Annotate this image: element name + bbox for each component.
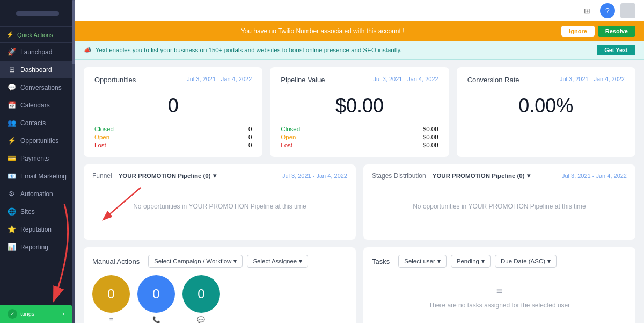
pipeline-lost: Lost $0.00 [281, 142, 438, 148]
sidebar-item-automation[interactable]: ⚙ Automation [0, 185, 75, 203]
conversion-value: 0.00% [467, 95, 625, 117]
sidebar-label-email: Email Marketing [20, 173, 67, 180]
opportunities-date: Jul 3, 2021 - Jan 4, 2022 [187, 76, 252, 82]
funnel-pipeline-select[interactable]: YOUR PROMOTION Pipeline (0) ▾ [119, 172, 216, 180]
sidebar-item-reputation[interactable]: ⭐ Reputation [0, 220, 75, 238]
help-icon[interactable]: ? [600, 3, 615, 18]
sidebar-item-reporting[interactable]: 📊 Reporting [0, 238, 75, 256]
opportunities-value: 0 [94, 95, 252, 117]
main-content: ⊞ ? You have no Twilio Number associated… [75, 0, 644, 323]
dashboard-icon: ⊞ [8, 66, 16, 74]
yext-alert-text: Yext enables you to list your business o… [96, 47, 597, 53]
funnel-arrow-svg [98, 185, 151, 222]
pipeline-open-value: $0.00 [423, 134, 438, 140]
pipeline-value: $0.00 [281, 95, 438, 117]
payments-icon: 💳 [8, 154, 16, 162]
opportunities-open: Open 0 [94, 134, 252, 140]
manual-actions-card: Manual Actions Select Campaign / Workflo… [84, 247, 356, 323]
sidebar-logo [0, 0, 75, 27]
lost-label: Lost [94, 142, 106, 148]
quick-actions-button[interactable]: ⚡ Quick Actions [0, 27, 75, 43]
pipeline-closed-value: $0.00 [423, 126, 438, 132]
funnel-header: Funnel YOUR PROMOTION Pipeline (0) ▾ Jul… [92, 172, 347, 180]
closed-value: 0 [248, 126, 252, 132]
opportunities-closed: Closed 0 [94, 126, 252, 132]
select-campaign-button[interactable]: Select Campaign / Workflow ▾ [148, 255, 243, 268]
funnel-date: Jul 3, 2021 - Jan 4, 2022 [282, 173, 347, 179]
sidebar-item-contacts[interactable]: 👥 Contacts [0, 114, 75, 132]
sidebar-item-email-marketing[interactable]: 📧 Email Marketing [0, 167, 75, 185]
sidebar-item-launchpad[interactable]: 🚀 Launchpad [0, 43, 75, 61]
contacts-icon: 👥 [8, 119, 16, 127]
svg-line-2 [103, 188, 141, 220]
ignore-button[interactable]: Ignore [561, 26, 595, 37]
settings-button[interactable]: ✓ ttings › [0, 305, 72, 323]
stages-pipeline-select[interactable]: YOUR PROMOTION Pipeline (0) ▾ [433, 172, 530, 180]
sms-value: 0 [197, 286, 204, 302]
sidebar-label-dashboard: Dashboard [20, 66, 52, 74]
user-avatar[interactable] [620, 3, 635, 18]
phone-item: 0 📞 Phone [137, 275, 175, 323]
select-user-button[interactable]: Select user ▾ [398, 255, 447, 268]
get-yext-button[interactable]: Get Yext [597, 45, 635, 55]
funnel-title: Funnel [92, 172, 112, 180]
campaign-chevron-icon: ▾ [233, 257, 237, 265]
sidebar-label-launchpad: Launchpad [20, 48, 52, 56]
funnel-card: Funnel YOUR PROMOTION Pipeline (0) ▾ Jul… [84, 164, 356, 240]
bottom-row: Manual Actions Select Campaign / Workflo… [84, 247, 635, 323]
pending-button[interactable]: Pending ▾ [451, 255, 491, 268]
sidebar-item-sites[interactable]: 🌐 Sites [0, 203, 75, 220]
pipeline-title: Pipeline Value [281, 76, 325, 84]
sms-circle: 0 [182, 275, 220, 313]
sidebar-item-payments[interactable]: 💳 Payments [0, 149, 75, 167]
opportunities-card: Opportunities Jul 3, 2021 - Jan 4, 2022 … [84, 67, 262, 157]
sidebar-label-calendars: Calendars [20, 102, 50, 109]
conversion-date: Jul 3, 2021 - Jan 4, 2022 [560, 76, 625, 82]
grid-icon[interactable]: ⊞ [580, 3, 595, 18]
assignee-label: Select Assignee [253, 258, 297, 264]
sidebar-label-payments: Payments [20, 155, 49, 162]
funnel-title-group: Funnel YOUR PROMOTION Pipeline (0) ▾ [92, 172, 216, 180]
closed-label: Closed [94, 126, 114, 132]
opportunities-breakdown: Closed 0 Open 0 Lost 0 [94, 126, 252, 148]
pipeline-open: Open $0.00 [281, 134, 438, 140]
due-date-button[interactable]: Due Date (ASC) ▾ [495, 255, 557, 268]
sidebar-label-conversations: Conversations [20, 84, 62, 91]
conversion-rate-card: Conversion Rate Jul 3, 2021 - Jan 4, 202… [457, 67, 635, 157]
pipeline-breakdown: Closed $0.00 Open $0.00 Lost $0.00 [281, 126, 438, 148]
total-pending-value: 0 [107, 286, 114, 302]
sidebar-item-conversations[interactable]: 💬 Conversations [0, 78, 75, 96]
opportunities-icon: ⚡ [8, 137, 16, 145]
automation-icon: ⚙ [8, 190, 16, 198]
sidebar-item-dashboard[interactable]: ⊞ Dashboard [0, 61, 75, 78]
select-user-label: Select user [404, 258, 435, 264]
launchpad-icon: 🚀 [8, 48, 16, 56]
pipeline-closed-label: Closed [281, 126, 300, 132]
calendars-icon: 📅 [8, 101, 16, 109]
sidebar-scrollbar[interactable] [72, 0, 75, 323]
select-assignee-button[interactable]: Select Assignee ▾ [247, 255, 308, 268]
funnel-chevron-icon: ▾ [213, 172, 216, 180]
stages-chevron-icon: ▾ [527, 172, 530, 180]
campaign-label: Select Campaign / Workflow [154, 258, 231, 264]
phone-icon: 📞 [152, 316, 160, 323]
dashboard-content: Opportunities Jul 3, 2021 - Jan 4, 2022 … [75, 60, 644, 323]
assignee-chevron-icon: ▾ [299, 257, 302, 265]
pipeline-closed: Closed $0.00 [281, 126, 438, 132]
funnel-chart-area: No opportunities in YOUR PROMOTION Pipel… [92, 185, 347, 228]
reputation-icon: ⭐ [8, 225, 16, 233]
sidebar-item-calendars[interactable]: 📅 Calendars [0, 96, 75, 114]
opportunities-header: Opportunities Jul 3, 2021 - Jan 4, 2022 [94, 76, 252, 84]
sidebar-label-contacts: Contacts [20, 119, 46, 127]
phone-circle: 0 [137, 275, 175, 313]
sidebar: ⚡ Quick Actions 🚀 Launchpad ⊞ Dashboard … [0, 0, 75, 323]
pending-chevron-icon: ▾ [481, 257, 485, 265]
tasks-empty-text: There are no tasks assigned for the sele… [429, 302, 570, 309]
resolve-button[interactable]: Resolve [598, 26, 635, 37]
sms-item: 0 💬 SMS [182, 275, 220, 323]
yext-alert-banner: 📣 Yext enables you to list your business… [75, 41, 644, 60]
sidebar-item-opportunities[interactable]: ⚡ Opportunities [0, 132, 75, 149]
tasks-header: Tasks Select user ▾ Pending ▾ Due Date (… [372, 255, 627, 268]
pipeline-value-card: Pipeline Value Jul 3, 2021 - Jan 4, 2022… [270, 67, 449, 157]
sidebar-label-opportunities: Opportunities [20, 137, 58, 145]
